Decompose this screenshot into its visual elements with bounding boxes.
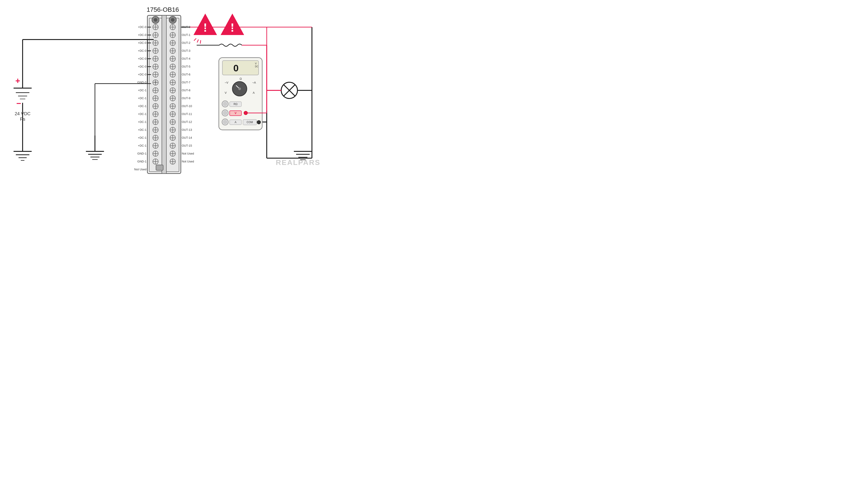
svg-point-182 xyxy=(223,120,227,124)
right-label-17: Not Used xyxy=(182,160,194,163)
right-label-9: OUT-9 xyxy=(182,96,190,100)
left-label-16: GND-1 xyxy=(137,152,147,155)
right-label-6: OUT-6 xyxy=(182,73,190,76)
v-terminal-dot xyxy=(244,111,248,115)
svg-text:!: ! xyxy=(203,21,207,34)
dial-label-a-ac: ~A xyxy=(252,81,256,84)
svg-point-178 xyxy=(223,102,227,106)
minus-symbol: − xyxy=(16,99,21,108)
right-label-2: OUT-2 xyxy=(182,41,190,44)
left-label-14: +DC-1 xyxy=(138,136,147,139)
dial-label-ohm: Ω xyxy=(240,77,242,80)
left-label-18: Not Used xyxy=(134,168,147,171)
plus-symbol: + xyxy=(16,76,20,86)
left-label-4: +DC-0 xyxy=(138,57,147,60)
left-label-1: +DC-0 xyxy=(138,33,147,37)
voltage-label: 24 VDC xyxy=(15,111,31,116)
left-label-15: +DC-1 xyxy=(138,144,147,147)
module-title: 1756-OB16 xyxy=(147,6,179,13)
svg-text:!: ! xyxy=(230,21,234,34)
display-value: 0 xyxy=(233,63,239,73)
v-label: V xyxy=(235,111,237,115)
right-label-11: OUT-11 xyxy=(182,112,192,116)
left-label-3: +DC-0 xyxy=(138,49,147,53)
svg-point-6 xyxy=(154,18,157,22)
ps-label: Ps xyxy=(20,117,25,122)
svg-point-8 xyxy=(171,18,175,22)
right-label-8: OUT-8 xyxy=(182,89,190,92)
svg-rect-9 xyxy=(156,165,163,170)
svg-point-177 xyxy=(238,88,241,90)
left-label-10: +DC-1 xyxy=(138,104,147,108)
left-label-2: +DC-0 xyxy=(138,41,147,44)
left-label-0: +DC-0 xyxy=(138,25,147,29)
display-dc-sub: DC xyxy=(255,65,258,68)
dial-label-v-dc: V xyxy=(225,91,227,94)
svg-rect-4 xyxy=(162,15,166,173)
right-label-7: OUT-7 xyxy=(182,80,190,84)
dial-label-v-ac: ~V xyxy=(225,81,228,84)
svg-line-125 xyxy=(200,40,201,43)
left-label-5: +DC-0 xyxy=(138,65,147,68)
right-label-16: Not Used xyxy=(182,152,194,155)
left-label-8: +DC-1 xyxy=(138,89,147,92)
left-label-12: +DC-1 xyxy=(138,120,147,124)
com-label: COM xyxy=(247,121,253,124)
right-label-10: OUT-10 xyxy=(182,104,192,108)
display-vdc: V xyxy=(255,62,257,65)
right-label-3: OUT-3 xyxy=(182,49,190,53)
left-label-11: +DC-1 xyxy=(138,112,147,116)
left-label-9: +DC-1 xyxy=(138,96,147,100)
right-label-4: OUT-4 xyxy=(182,57,190,60)
com-terminal-dot xyxy=(257,121,260,124)
right-label-5: OUT-5 xyxy=(182,65,190,68)
left-label-13: +DC-1 xyxy=(138,128,147,131)
watermark: REALPARS xyxy=(276,158,320,166)
a-label: A xyxy=(235,121,237,124)
right-label-14: OUT-14 xyxy=(182,136,192,139)
left-label-17: GND-1 xyxy=(137,160,147,163)
left-label-6: +DC-0 xyxy=(138,73,147,76)
svg-point-179 xyxy=(223,111,227,115)
right-label-15: OUT-15 xyxy=(182,144,192,147)
ro-label: RΩ xyxy=(234,103,238,106)
right-label-1: OUT-1 xyxy=(182,33,190,37)
right-label-13: OUT-13 xyxy=(182,128,192,131)
dial-label-a-dc: A xyxy=(253,91,255,94)
right-label-12: OUT-12 xyxy=(182,120,192,124)
multimeter-display xyxy=(222,61,258,75)
